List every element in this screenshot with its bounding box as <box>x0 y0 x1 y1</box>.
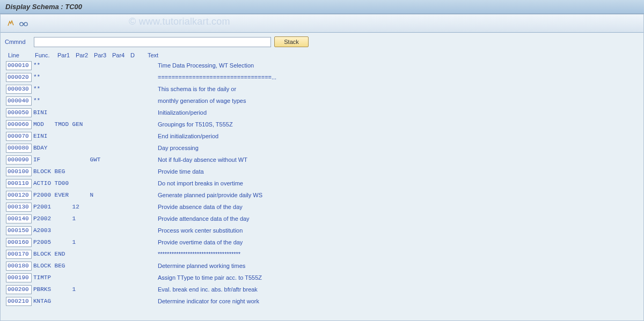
table-row: MOD TMOD GEN Groupings for T510S, T555Z <box>5 118 639 130</box>
line-number-input[interactable] <box>6 144 32 153</box>
line-number-input[interactable] <box>6 262 32 271</box>
line-number-input[interactable] <box>6 203 32 212</box>
func-params: ** <box>33 62 137 69</box>
row-text: Provide attendance data of the day <box>137 215 250 222</box>
table-row: P2001 12 Provide absence data of the day <box>5 201 639 213</box>
func-params: P2001 12 <box>33 204 137 210</box>
line-number-input[interactable] <box>6 214 32 223</box>
table-row: KNTAG Determine indicator for core night… <box>5 295 639 307</box>
row-text: ************************************ <box>137 251 240 257</box>
table-row: BLOCK BEG Determine planned working time… <box>5 260 639 272</box>
func-params: BLOCK BEG <box>33 168 137 175</box>
title-bar: Display Schema : TC00 <box>0 0 644 14</box>
func-params: ACTIO TD00 <box>33 180 137 186</box>
table-row: BDAY Day processing <box>5 142 639 154</box>
func-params: P2005 1 <box>33 239 137 245</box>
row-text: Time Data Processing, WT Selection <box>137 62 254 69</box>
table-row: BLOCK BEG Provide time data <box>5 166 639 177</box>
row-text: Determine planned working times <box>137 263 245 269</box>
line-number-input[interactable] <box>6 61 32 70</box>
func-params: BDAY <box>33 145 137 151</box>
stack-button[interactable]: Stack <box>274 36 309 47</box>
command-input[interactable] <box>34 37 271 47</box>
content-frame: © www.tutorialkart.com Cmmnd Stack Line … <box>0 14 644 321</box>
toolbar <box>1 14 643 33</box>
line-number-input[interactable] <box>6 96 32 106</box>
header-line: Line <box>6 52 35 58</box>
row-text: Provide time data <box>137 168 204 175</box>
glasses-icon[interactable] <box>19 19 28 28</box>
line-number-input[interactable] <box>6 238 32 247</box>
func-params: BINI <box>33 109 137 116</box>
command-row: Cmmnd Stack <box>5 35 639 49</box>
func-params: EINI <box>33 133 137 139</box>
row-text: monthly generation of wage types <box>137 98 246 104</box>
row-text: Generate planned pair/provide daily WS <box>137 192 262 198</box>
row-text: This schema is for the daily or <box>137 86 236 92</box>
func-params: KNTAG <box>33 298 137 304</box>
func-params: PBRKS 1 <box>33 286 137 293</box>
table-row: P2005 1 Provide overtime data of the day <box>5 236 639 248</box>
table-row: ACTIO TD00 Do not import breaks in overt… <box>5 177 639 189</box>
line-number-input[interactable] <box>6 285 32 294</box>
row-text: Groupings for T510S, T555Z <box>137 121 233 128</box>
row-text: End initialization/period <box>137 133 218 139</box>
table-row: ** Time Data Processing, WT Selection <box>5 59 639 71</box>
row-text: Assign TType to time pair acc. to T555Z <box>137 274 262 281</box>
func-params: ** <box>33 74 137 80</box>
row-text: Not if full-day absence without WT <box>137 156 247 163</box>
table-row: EINI End initialization/period <box>5 130 639 142</box>
svg-point-1 <box>24 22 27 25</box>
page-title: Display Schema : TC00 <box>5 3 82 11</box>
header-d: D <box>130 52 138 58</box>
line-number-input[interactable] <box>6 167 32 176</box>
table-row: ** monthly generation of wage types <box>5 95 639 107</box>
line-number-input[interactable] <box>6 179 32 188</box>
func-params: MOD TMOD GEN <box>33 121 137 128</box>
row-text: Do not import breaks in overtime <box>137 180 243 186</box>
line-number-input[interactable] <box>6 273 32 282</box>
table-row: TIMTP Assign TType to time pair acc. to … <box>5 272 639 283</box>
line-number-input[interactable] <box>6 85 32 94</box>
row-text: Process work center substitution <box>137 227 243 234</box>
func-params: P2002 1 <box>33 215 137 222</box>
table-row: IF GWT Not if full-day absence without W… <box>5 154 639 166</box>
command-label: Cmmnd <box>5 39 31 45</box>
row-text: Eval. break end inc. abs. bfr/aftr break <box>137 286 258 293</box>
line-number-input[interactable] <box>6 155 32 165</box>
func-params: ** <box>33 86 137 92</box>
line-number-input[interactable] <box>6 250 32 259</box>
row-text: Provide absence data of the day <box>137 204 243 210</box>
row-text: Day processing <box>137 145 199 151</box>
line-number-input[interactable] <box>6 132 32 141</box>
table-row: BINI Initialization/period <box>5 107 639 118</box>
column-headers: Line Func. Par1 Par2 Par3 Par4 D Text <box>5 51 639 59</box>
svg-point-0 <box>20 22 23 25</box>
line-number-input[interactable] <box>6 191 32 200</box>
func-params: P2000 EVER N <box>33 192 137 198</box>
edit-icon[interactable] <box>6 19 16 28</box>
header-func: Func. <box>35 52 57 58</box>
row-text: Initialization/period <box>137 109 207 116</box>
line-number-input[interactable] <box>6 108 32 117</box>
func-params: BLOCK END <box>33 251 137 257</box>
table-row: BLOCK END ******************************… <box>5 248 639 260</box>
row-text: Provide overtime data of the day <box>137 239 243 245</box>
table-row: ** =================================... <box>5 71 639 83</box>
header-par1: Par1 <box>57 52 76 58</box>
row-text: Determine indicator for core night work <box>137 298 259 304</box>
func-params: BLOCK BEG <box>33 263 137 269</box>
line-number-input[interactable] <box>6 226 32 235</box>
line-number-input[interactable] <box>6 297 32 306</box>
line-number-input[interactable] <box>6 120 32 129</box>
func-params: TIMTP <box>33 274 137 281</box>
line-number-input[interactable] <box>6 73 32 82</box>
func-params: ** <box>33 98 137 104</box>
header-par2: Par2 <box>76 52 94 58</box>
table-body: ** Time Data Processing, WT Selection** … <box>5 59 639 307</box>
content-area: Cmmnd Stack Line Func. Par1 Par2 Par3 Pa… <box>1 33 643 307</box>
table-row: ** This schema is for the daily or <box>5 83 639 95</box>
table-row: PBRKS 1 Eval. break end inc. abs. bfr/af… <box>5 283 639 295</box>
func-params: A2003 <box>33 227 137 234</box>
table-row: A2003 Process work center substitution <box>5 225 639 236</box>
